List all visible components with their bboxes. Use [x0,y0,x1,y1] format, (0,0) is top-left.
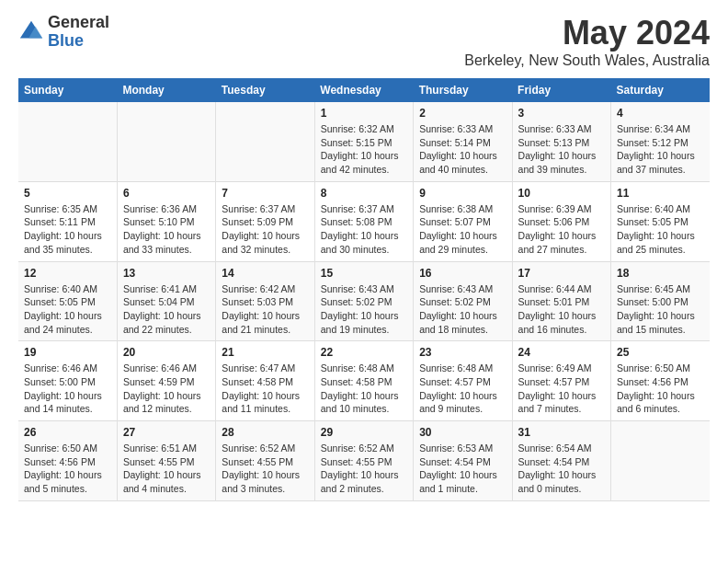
calendar-cell: 2Sunrise: 6:33 AMSunset: 5:14 PMDaylight… [414,102,512,181]
logo-icon [18,19,44,45]
day-info: Sunrise: 6:35 AMSunset: 5:11 PMDaylight:… [24,202,111,257]
calendar-cell: 13Sunrise: 6:41 AMSunset: 5:04 PMDayligh… [117,261,215,341]
calendar-cell: 8Sunrise: 6:37 AMSunset: 5:08 PMDaylight… [314,181,413,261]
day-info: Sunrise: 6:52 AMSunset: 4:55 PMDaylight:… [321,442,407,496]
day-info: Sunrise: 6:33 AMSunset: 5:14 PMDaylight:… [419,122,506,177]
day-info: Sunrise: 6:48 AMSunset: 4:58 PMDaylight:… [321,362,407,416]
day-info: Sunrise: 6:41 AMSunset: 5:04 PMDaylight:… [123,282,210,337]
calendar-cell: 20Sunrise: 6:46 AMSunset: 4:59 PMDayligh… [117,341,215,421]
calendar-cell: 25Sunrise: 6:50 AMSunset: 4:56 PMDayligh… [611,341,710,421]
day-info: Sunrise: 6:37 AMSunset: 5:08 PMDaylight:… [321,202,407,257]
day-number: 10 [518,187,605,200]
day-info: Sunrise: 6:34 AMSunset: 5:12 PMDaylight:… [617,122,704,177]
day-info: Sunrise: 6:54 AMSunset: 4:54 PMDaylight:… [518,442,605,496]
calendar-cell [18,102,117,181]
day-info: Sunrise: 6:42 AMSunset: 5:03 PMDaylight:… [222,282,308,337]
day-number: 23 [419,346,506,359]
day-number: 7 [222,187,308,200]
week-row-5: 26Sunrise: 6:50 AMSunset: 4:56 PMDayligh… [18,421,710,501]
calendar-cell [117,102,215,181]
day-number: 3 [518,107,605,120]
day-info: Sunrise: 6:38 AMSunset: 5:07 PMDaylight:… [419,202,506,257]
day-info: Sunrise: 6:49 AMSunset: 4:57 PMDaylight:… [518,362,605,416]
week-row-1: 1Sunrise: 6:32 AMSunset: 5:15 PMDaylight… [18,102,710,181]
calendar-cell: 3Sunrise: 6:33 AMSunset: 5:13 PMDaylight… [512,102,610,181]
calendar-cell: 4Sunrise: 6:34 AMSunset: 5:12 PMDaylight… [611,102,710,181]
day-info: Sunrise: 6:48 AMSunset: 4:57 PMDaylight:… [419,362,506,416]
title-block: May 2024 Berkeley, New South Wales, Aust… [464,14,710,69]
day-number: 20 [123,346,210,359]
day-number: 2 [419,107,506,120]
header-day-monday: Monday [117,78,215,102]
day-info: Sunrise: 6:39 AMSunset: 5:06 PMDaylight:… [518,202,605,257]
calendar-cell [216,102,314,181]
day-number: 27 [123,426,210,439]
day-number: 28 [222,426,308,439]
calendar-cell [611,421,710,501]
calendar-cell: 6Sunrise: 6:36 AMSunset: 5:10 PMDaylight… [117,181,215,261]
day-info: Sunrise: 6:40 AMSunset: 5:05 PMDaylight:… [24,282,111,337]
calendar-table: SundayMondayTuesdayWednesdayThursdayFrid… [18,78,710,501]
day-info: Sunrise: 6:43 AMSunset: 5:02 PMDaylight:… [419,282,506,337]
day-info: Sunrise: 6:50 AMSunset: 4:56 PMDaylight:… [617,362,704,416]
header-day-thursday: Thursday [414,78,512,102]
calendar-body: 1Sunrise: 6:32 AMSunset: 5:15 PMDaylight… [18,102,710,500]
header-row: SundayMondayTuesdayWednesdayThursdayFrid… [18,78,710,102]
day-number: 19 [24,346,111,359]
calendar-cell: 16Sunrise: 6:43 AMSunset: 5:02 PMDayligh… [414,261,512,341]
subtitle: Berkeley, New South Wales, Australia [464,52,710,69]
day-number: 16 [419,267,506,280]
calendar-cell: 10Sunrise: 6:39 AMSunset: 5:06 PMDayligh… [512,181,610,261]
day-number: 12 [24,267,111,280]
logo: General Blue [18,14,109,51]
day-info: Sunrise: 6:45 AMSunset: 5:00 PMDaylight:… [617,282,704,337]
day-number: 14 [222,267,308,280]
logo-text: General Blue [48,14,109,51]
calendar-cell: 28Sunrise: 6:52 AMSunset: 4:55 PMDayligh… [216,421,314,501]
day-number: 6 [123,187,210,200]
page-header: General Blue May 2024 Berkeley, New Sout… [18,14,710,69]
day-number: 1 [321,107,407,120]
header-day-saturday: Saturday [611,78,710,102]
calendar-cell: 17Sunrise: 6:44 AMSunset: 5:01 PMDayligh… [512,261,610,341]
day-number: 13 [123,267,210,280]
day-number: 29 [321,426,407,439]
main-title: May 2024 [464,14,710,52]
calendar-cell: 22Sunrise: 6:48 AMSunset: 4:58 PMDayligh… [314,341,413,421]
day-number: 26 [24,426,111,439]
day-info: Sunrise: 6:40 AMSunset: 5:05 PMDaylight:… [617,202,704,257]
day-info: Sunrise: 6:46 AMSunset: 4:59 PMDaylight:… [123,362,210,416]
day-number: 25 [617,346,704,359]
header-day-sunday: Sunday [18,78,117,102]
day-number: 31 [518,426,605,439]
day-info: Sunrise: 6:53 AMSunset: 4:54 PMDaylight:… [419,442,506,496]
calendar-cell: 15Sunrise: 6:43 AMSunset: 5:02 PMDayligh… [314,261,413,341]
calendar-header: SundayMondayTuesdayWednesdayThursdayFrid… [18,78,710,102]
calendar-cell: 30Sunrise: 6:53 AMSunset: 4:54 PMDayligh… [414,421,512,501]
calendar-cell: 23Sunrise: 6:48 AMSunset: 4:57 PMDayligh… [414,341,512,421]
calendar-cell: 1Sunrise: 6:32 AMSunset: 5:15 PMDaylight… [314,102,413,181]
day-number: 18 [617,267,704,280]
day-number: 5 [24,187,111,200]
day-number: 9 [419,187,506,200]
calendar-cell: 29Sunrise: 6:52 AMSunset: 4:55 PMDayligh… [314,421,413,501]
day-info: Sunrise: 6:47 AMSunset: 4:58 PMDaylight:… [222,362,308,416]
day-info: Sunrise: 6:33 AMSunset: 5:13 PMDaylight:… [518,122,605,177]
calendar-cell: 19Sunrise: 6:46 AMSunset: 5:00 PMDayligh… [18,341,117,421]
header-day-wednesday: Wednesday [314,78,413,102]
day-info: Sunrise: 6:51 AMSunset: 4:55 PMDaylight:… [123,442,210,496]
calendar-cell: 27Sunrise: 6:51 AMSunset: 4:55 PMDayligh… [117,421,215,501]
day-info: Sunrise: 6:50 AMSunset: 4:56 PMDaylight:… [24,442,111,496]
calendar-cell: 26Sunrise: 6:50 AMSunset: 4:56 PMDayligh… [18,421,117,501]
day-info: Sunrise: 6:46 AMSunset: 5:00 PMDaylight:… [24,362,111,416]
day-number: 15 [321,267,407,280]
week-row-2: 5Sunrise: 6:35 AMSunset: 5:11 PMDaylight… [18,181,710,261]
calendar-cell: 9Sunrise: 6:38 AMSunset: 5:07 PMDaylight… [414,181,512,261]
calendar-cell: 11Sunrise: 6:40 AMSunset: 5:05 PMDayligh… [611,181,710,261]
week-row-4: 19Sunrise: 6:46 AMSunset: 5:00 PMDayligh… [18,341,710,421]
header-day-friday: Friday [512,78,610,102]
day-number: 17 [518,267,605,280]
calendar-cell: 21Sunrise: 6:47 AMSunset: 4:58 PMDayligh… [216,341,314,421]
calendar-cell: 5Sunrise: 6:35 AMSunset: 5:11 PMDaylight… [18,181,117,261]
calendar-cell: 7Sunrise: 6:37 AMSunset: 5:09 PMDaylight… [216,181,314,261]
